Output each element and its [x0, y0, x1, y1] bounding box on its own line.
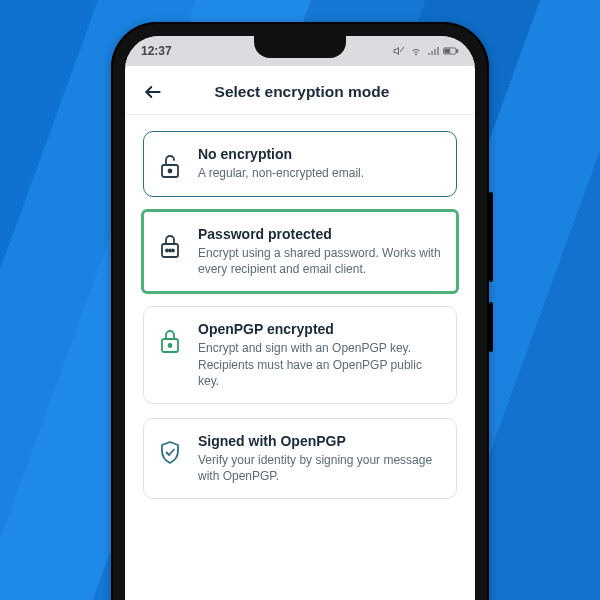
svg-point-7: [169, 170, 172, 173]
option-signed-openpgp[interactable]: Signed with OpenPGP Verify your identity…: [143, 418, 457, 499]
option-desc: Encrypt using a shared password. Works w…: [198, 245, 442, 277]
svg-point-10: [169, 250, 171, 252]
option-desc: Encrypt and sign with an OpenPGP key. Re…: [198, 340, 442, 389]
wallpaper: 12:37 Select encryption mode: [0, 0, 600, 600]
option-password-protected[interactable]: Password protected Encrypt using a share…: [143, 211, 457, 292]
shield-check-icon: [156, 437, 184, 469]
option-desc: Verify your identity by signing your mes…: [198, 452, 442, 484]
mute-icon: [393, 45, 405, 57]
option-body: OpenPGP encrypted Encrypt and sign with …: [198, 321, 442, 389]
svg-point-1: [416, 54, 417, 55]
status-time: 12:37: [141, 44, 172, 58]
option-body: No encryption A regular, non-encrypted e…: [198, 146, 442, 181]
phone-notch: [254, 36, 346, 58]
unlock-icon: [156, 150, 184, 182]
battery-icon: [443, 45, 459, 57]
lock-closed-icon: [156, 325, 184, 357]
phone-screen: 12:37 Select encryption mode: [125, 36, 475, 600]
phone-frame: 12:37 Select encryption mode: [111, 22, 489, 600]
option-title: Password protected: [198, 226, 442, 242]
options-list: No encryption A regular, non-encrypted e…: [125, 115, 475, 515]
phone-side-button: [489, 302, 493, 352]
option-title: Signed with OpenPGP: [198, 433, 442, 449]
signal-icon: [427, 45, 439, 57]
app-header: Select encryption mode: [125, 66, 475, 115]
arrow-left-icon: [143, 82, 163, 102]
svg-line-0: [400, 47, 404, 52]
svg-point-9: [166, 250, 168, 252]
option-desc: A regular, non-encrypted email.: [198, 165, 442, 181]
option-body: Password protected Encrypt using a share…: [198, 226, 442, 277]
option-title: No encryption: [198, 146, 442, 162]
back-button[interactable]: [141, 80, 165, 104]
option-openpgp-encrypted[interactable]: OpenPGP encrypted Encrypt and sign with …: [143, 306, 457, 404]
phone-side-button: [489, 192, 493, 282]
svg-rect-4: [445, 49, 450, 53]
option-title: OpenPGP encrypted: [198, 321, 442, 337]
lock-password-icon: [156, 230, 184, 262]
svg-point-11: [172, 250, 174, 252]
page-title: Select encryption mode: [169, 83, 435, 101]
option-body: Signed with OpenPGP Verify your identity…: [198, 433, 442, 484]
status-icons: [393, 45, 459, 57]
option-no-encryption[interactable]: No encryption A regular, non-encrypted e…: [143, 131, 457, 197]
svg-point-13: [169, 344, 172, 347]
svg-rect-3: [457, 50, 458, 52]
wifi-icon: [409, 45, 423, 57]
